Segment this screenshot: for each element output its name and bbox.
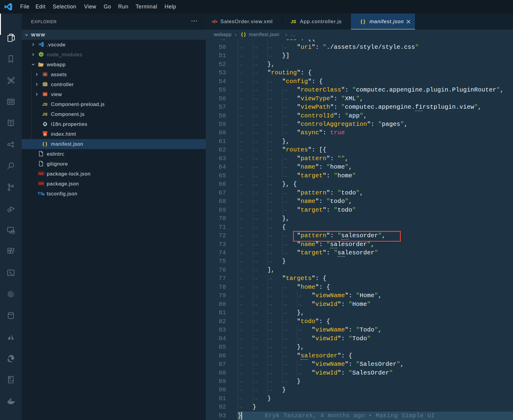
svg-text:5: 5: [44, 132, 46, 136]
svg-text:API: API: [8, 101, 14, 104]
svg-text:npm: npm: [39, 182, 43, 185]
svg-text:JS: JS: [39, 54, 42, 56]
svg-text:npm: npm: [39, 173, 43, 175]
svg-text:<>: <>: [43, 93, 46, 96]
svg-text:TS: TS: [38, 191, 43, 196]
